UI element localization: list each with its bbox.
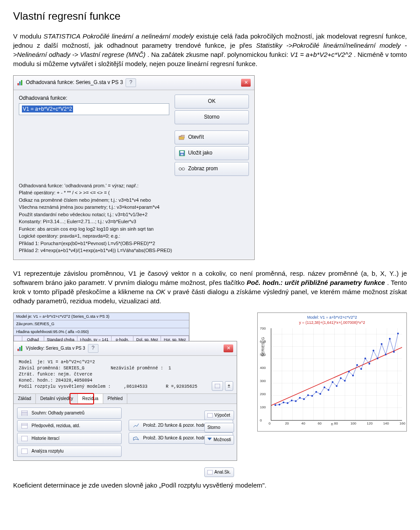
results-dialog: Výsledky: Series_G.sta v PS 3 ? ✕ Model …	[13, 341, 237, 461]
svg-rect-0	[18, 83, 19, 85]
label: Možnosti	[214, 437, 231, 443]
tab-basic[interactable]: Základ	[14, 394, 36, 404]
svg-rect-12	[19, 347, 21, 351]
label: Analýza rozptylu	[32, 448, 63, 454]
help-line: Odhadovaná funkce: 'odhadovaná prom.' = …	[19, 182, 249, 190]
show-variables-button[interactable]: Zobraz prom	[175, 162, 249, 176]
svg-line-65	[349, 372, 353, 376]
svg-line-41	[300, 398, 304, 399]
iteration-history-button[interactable]: Historie iterací	[17, 433, 122, 444]
label: Anal.Sk.	[214, 469, 231, 475]
cancel-button[interactable]: Storno	[175, 110, 249, 124]
table-icon	[21, 448, 28, 455]
svg-rect-4	[180, 151, 184, 153]
text: V modulu	[13, 32, 44, 40]
paragraph-2: V1 reprezentuje závislou proměnnou, V1 j…	[13, 269, 407, 305]
emph: OK	[156, 288, 165, 295]
svg-marker-22	[133, 437, 139, 440]
ok-button[interactable]: OK	[175, 95, 249, 109]
label: Uložit jako	[188, 149, 212, 157]
cancel-button[interactable]: Storno	[204, 423, 234, 432]
chart-2d-icon	[133, 422, 140, 429]
analysis-button[interactable]: Anal.Sk.	[204, 467, 234, 477]
module-name: STATISTICA Pokročilé lineární a nelineár…	[44, 32, 194, 40]
table-icon	[21, 435, 28, 442]
help-text-block: Odhadovaná funkce: 'odhadovaná prom.' = …	[14, 180, 254, 260]
dialog-title: Výsledky: Series_G.sta v PS 3	[26, 345, 85, 351]
table-header-line: Hladina spolehlivosti:95.0% ( alfa =0.05…	[14, 328, 189, 336]
function-input[interactable]: V1 = a+b*V2+c*V2^2	[19, 103, 169, 115]
help-icon[interactable]: ?	[126, 78, 136, 87]
compute-button[interactable]: Výpočet	[204, 411, 234, 420]
svg-line-26	[271, 347, 402, 406]
help-line: Odkaz na proměnné číslem nebo jménem; t.…	[19, 197, 249, 204]
svg-line-63	[345, 372, 349, 381]
label: Prolož. 3D funkce & pozor. hodn.	[143, 435, 207, 441]
svg-line-49	[316, 392, 320, 394]
help-line: Platné operátory: + - * ** / < > >= <= <…	[19, 189, 249, 197]
summary-button[interactable]: Souhrn: Odhady parametrů	[17, 407, 122, 419]
page-title: Vlastní regresní funkce	[13, 9, 407, 24]
tab-details[interactable]: Detailní výsledky	[36, 394, 78, 404]
svg-line-59	[337, 378, 341, 386]
plot-area: 0100200300400500600700020406080100120140…	[271, 328, 402, 421]
svg-line-83	[386, 339, 390, 355]
svg-line-57	[332, 382, 336, 386]
table-header-line: Model je: V1 = a+b*V2+c*V2^2 (Series_G.s…	[14, 313, 189, 321]
text: . Na začátek zkusme např. polynomickou f…	[147, 51, 290, 58]
stats-icon	[17, 80, 23, 86]
help-icon[interactable]: ?	[88, 344, 98, 353]
help-line: Logické operátory: pravda=1, nepravda=0;…	[19, 232, 249, 240]
arrow-icon	[207, 438, 212, 442]
label: Historie iterací	[32, 435, 60, 442]
dialog-titlebar: Výsledky: Series_G.sta v PS 3 ? ✕	[14, 341, 237, 356]
anova-button[interactable]: Analýza rozptylu	[17, 446, 122, 457]
close-icon[interactable]: ✕	[224, 344, 233, 352]
table-icon	[21, 422, 28, 429]
fitted-model-chart: Model: V1 = a+b*V2+c*V2^2 y = (112,38)+(…	[257, 312, 407, 432]
label: Prolož. 2D funkce & pozor. hodn.	[143, 422, 207, 428]
folder-open-icon	[178, 134, 186, 141]
label: Otevřít	[188, 133, 204, 141]
save-as-button[interactable]: Uložit jako	[175, 146, 249, 160]
table-icon	[207, 413, 213, 418]
icon-button[interactable]	[212, 381, 223, 391]
svg-point-7	[182, 168, 185, 170]
svg-rect-20	[21, 436, 28, 441]
table-header-line: Záv.prom.:SERIES_G	[14, 320, 189, 328]
svg-line-87	[394, 333, 398, 352]
label: Předpovědi, rezidua, atd.	[32, 423, 80, 429]
tab-bar: Základ Detailní výsledky Rezidua Přehled	[14, 393, 237, 404]
help-line: Příklad 2: v4=exp(a+b1*v4)/(1+exp(a+b1*v…	[19, 247, 249, 254]
table-icon	[21, 410, 28, 417]
label: Storno	[204, 113, 219, 121]
tab-residuals[interactable]: Rezidua	[78, 394, 103, 404]
svg-rect-14	[215, 384, 220, 388]
svg-line-35	[287, 400, 291, 403]
emph: Poč. hodn.: určit přibližné parametry fu…	[247, 279, 385, 286]
svg-marker-24	[207, 438, 212, 440]
tab-overview[interactable]: Přehled	[103, 394, 127, 404]
svg-rect-15	[21, 411, 28, 416]
open-button[interactable]: Otevřít	[175, 130, 249, 144]
dialog-titlebar: Odhadovaná funkce: Series_G.sta v PS 3 ?…	[14, 76, 254, 90]
svg-line-55	[329, 382, 332, 390]
svg-line-51	[320, 387, 324, 394]
chart-subtitle: y = (112,38)+(1,641)*x+(,007008)*x^2	[258, 320, 406, 326]
variables-icon	[178, 165, 186, 172]
svg-line-61	[341, 378, 345, 381]
svg-line-79	[378, 344, 382, 358]
predictions-button[interactable]: Předpovědi, rezidua, atd.	[17, 420, 122, 432]
svg-rect-18	[21, 423, 28, 428]
collapse-icon[interactable]: ±	[225, 381, 234, 391]
svg-line-77	[374, 351, 378, 358]
help-line: Všechna neznámá jména jsou parametry; t.…	[19, 204, 249, 211]
close-icon[interactable]: ✕	[241, 79, 251, 87]
results-composite: Model je: V1 = a+b*V2+c*V2^2 (Series_G.s…	[13, 312, 407, 470]
svg-line-75	[369, 351, 373, 364]
svg-point-6	[179, 168, 182, 170]
options-button[interactable]: Možnosti	[204, 435, 234, 445]
svg-line-81	[382, 344, 385, 355]
label: Zobraz prom	[188, 165, 218, 172]
field-label: Odhadovaná funkce:	[19, 95, 169, 102]
